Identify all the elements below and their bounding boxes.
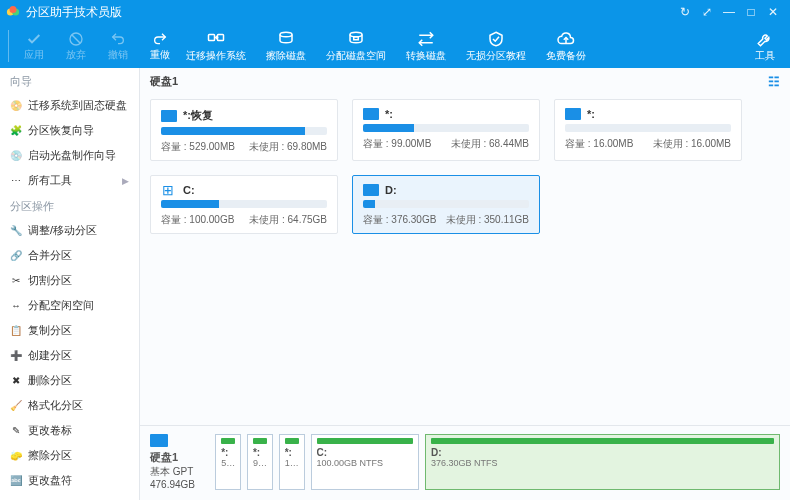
drive-icon <box>161 184 177 196</box>
drive-icon <box>363 184 379 196</box>
sidebar-item-label: 切割分区 <box>28 273 72 288</box>
restore-button[interactable]: ⤢ <box>696 5 718 19</box>
toolbar-label: 转换磁盘 <box>406 49 446 63</box>
sidebar-item[interactable]: ✂切割分区 <box>0 268 139 293</box>
sidebar-item-icon: 🔗 <box>10 250 22 262</box>
partition-card[interactable]: D:容量 : 376.30GB未使用 : 350.11GB <box>352 175 540 234</box>
main-toolbar: 应用放弃撤销重做迁移操作系统擦除磁盘分配磁盘空间转换磁盘无损分区教程免费备份 工… <box>0 24 790 68</box>
sidebar-item-label: 调整/移动分区 <box>28 223 97 238</box>
segment-color-bar <box>317 438 414 444</box>
sidebar-item-label: 创建分区 <box>28 348 72 363</box>
sidebar-item-label: 删除分区 <box>28 373 72 388</box>
usage-bar <box>161 200 327 208</box>
free-label: 未使用 : 64.75GB <box>249 213 327 227</box>
usage-bar <box>161 127 327 135</box>
toolbar-label: 放弃 <box>66 48 86 62</box>
sidebar-item[interactable]: 🧩分区恢复向导 <box>0 118 139 143</box>
toolbar-convert-button[interactable]: 转换磁盘 <box>391 24 461 68</box>
main-area: 向导📀迁移系统到固态硬盘🧩分区恢复向导💿启动光盘制作向导⋯所有工具▶分区操作🔧调… <box>0 68 790 500</box>
segment-label: *: <box>253 447 267 458</box>
sidebar-item-icon: ↔ <box>10 300 22 312</box>
sidebar-item[interactable]: ➕创建分区 <box>0 343 139 368</box>
sidebar-item-icon: ⋯ <box>10 175 22 187</box>
sidebar-item-icon: 📀 <box>10 100 22 112</box>
diskmap-segment[interactable]: *:99… <box>247 434 273 490</box>
segment-label: D: <box>431 447 774 458</box>
toolbar-redo-button[interactable]: 重做 <box>139 24 181 68</box>
segment-label: C: <box>317 447 414 458</box>
sidebar-item-icon: 💿 <box>10 150 22 162</box>
close-button[interactable]: ✕ <box>762 5 784 19</box>
capacity-label: 容量 : 529.00MB <box>161 140 235 154</box>
segment-label: *: <box>285 447 299 458</box>
maximize-button[interactable]: □ <box>740 5 762 19</box>
svg-rect-9 <box>354 36 359 39</box>
sidebar-item-icon: ✖ <box>10 375 22 387</box>
toolbar-label: 免费备份 <box>546 49 586 63</box>
sidebar-item[interactable]: 📋复制分区 <box>0 318 139 343</box>
svg-point-2 <box>10 6 17 13</box>
toolbar-alloc-button[interactable]: 分配磁盘空间 <box>321 24 391 68</box>
capacity-label: 容量 : 99.00MB <box>363 137 431 151</box>
partition-card[interactable]: *:容量 : 99.00MB未使用 : 68.44MB <box>352 99 540 161</box>
disk-title: 硬盘1 <box>150 74 178 89</box>
refresh-button[interactable]: ↻ <box>674 5 696 19</box>
capacity-label: 容量 : 16.00MB <box>565 137 633 151</box>
toolbar-migrate-button[interactable]: 迁移操作系统 <box>181 24 251 68</box>
sidebar-item[interactable]: ⋯所有工具▶ <box>0 168 139 193</box>
sidebar-item-icon: 🔤 <box>10 475 22 487</box>
toolbar-wipe-button[interactable]: 擦除磁盘 <box>251 24 321 68</box>
partition-name: C: <box>183 184 195 196</box>
sidebar-item-label: 更改卷标 <box>28 423 72 438</box>
toolbar-lossless-button[interactable]: 无损分区教程 <box>461 24 531 68</box>
sidebar: 向导📀迁移系统到固态硬盘🧩分区恢复向导💿启动光盘制作向导⋯所有工具▶分区操作🔧调… <box>0 68 140 500</box>
drive-icon <box>363 108 379 120</box>
sidebar-item[interactable]: 🔤更改盘符 <box>0 468 139 493</box>
partition-card[interactable]: *:恢复容量 : 529.00MB未使用 : 69.80MB <box>150 99 338 161</box>
usage-bar <box>363 200 529 208</box>
sidebar-item-label: 更改盘符 <box>28 473 72 488</box>
sidebar-item[interactable]: 🔗合并分区 <box>0 243 139 268</box>
sidebar-item[interactable]: 🔧调整/移动分区 <box>0 218 139 243</box>
usage-bar <box>565 124 731 132</box>
sidebar-group-title: 分区操作 <box>0 193 139 218</box>
segment-color-bar <box>221 438 235 444</box>
sidebar-item[interactable]: ✎更改卷标 <box>0 418 139 443</box>
sidebar-item[interactable]: 🧹格式化分区 <box>0 393 139 418</box>
diskmap-segment[interactable]: D:376.30GB NTFS <box>425 434 780 490</box>
segment-label: *: <box>221 447 235 458</box>
diskmap-type: 基本 GPT <box>150 465 209 479</box>
sidebar-item[interactable]: 🧽擦除分区 <box>0 443 139 468</box>
toolbar-backup-button[interactable]: 免费备份 <box>531 24 601 68</box>
diskmap-segment[interactable]: *:16… <box>279 434 305 490</box>
toolbar-label: 撤销 <box>108 48 128 62</box>
diskmap-segment[interactable]: *:52… <box>215 434 241 490</box>
sidebar-item[interactable]: 📀迁移系统到固态硬盘 <box>0 93 139 118</box>
segment-sub: 99… <box>253 458 267 468</box>
sidebar-item-label: 合并分区 <box>28 248 72 263</box>
sidebar-item[interactable]: ✖删除分区 <box>0 368 139 393</box>
partition-name: D: <box>385 184 397 196</box>
partition-name: *:恢复 <box>183 108 213 123</box>
toolbar-label: 重做 <box>150 48 170 62</box>
drive-icon <box>161 110 177 122</box>
sidebar-item[interactable]: 👁隐藏分区 <box>0 493 139 500</box>
disk-map: 硬盘1基本 GPT476.94GB*:52…*:99…*:16…C:100.00… <box>140 425 790 500</box>
diskmap-segment[interactable]: C:100.00GB NTFS <box>311 434 420 490</box>
sidebar-item-label: 启动光盘制作向导 <box>28 148 116 163</box>
usage-bar <box>363 124 529 132</box>
partition-card[interactable]: *:容量 : 16.00MB未使用 : 16.00MB <box>554 99 742 161</box>
sidebar-item[interactable]: 💿启动光盘制作向导 <box>0 143 139 168</box>
minimize-button[interactable]: — <box>718 5 740 19</box>
sidebar-item-label: 所有工具 <box>28 173 72 188</box>
sidebar-item[interactable]: ↔分配空闲空间 <box>0 293 139 318</box>
view-toggle-icon[interactable]: ☷ <box>768 74 780 89</box>
capacity-label: 容量 : 376.30GB <box>363 213 436 227</box>
free-label: 未使用 : 350.11GB <box>446 213 529 227</box>
app-logo-icon <box>6 5 20 19</box>
partition-card[interactable]: C:容量 : 100.00GB未使用 : 64.75GB <box>150 175 338 234</box>
segment-sub: 376.30GB NTFS <box>431 458 774 468</box>
toolbar-label: 无损分区教程 <box>466 49 526 63</box>
title-bar: 分区助手技术员版 ↻ ⤢ — □ ✕ <box>0 0 790 24</box>
tools-button[interactable]: 工具 <box>744 24 786 68</box>
